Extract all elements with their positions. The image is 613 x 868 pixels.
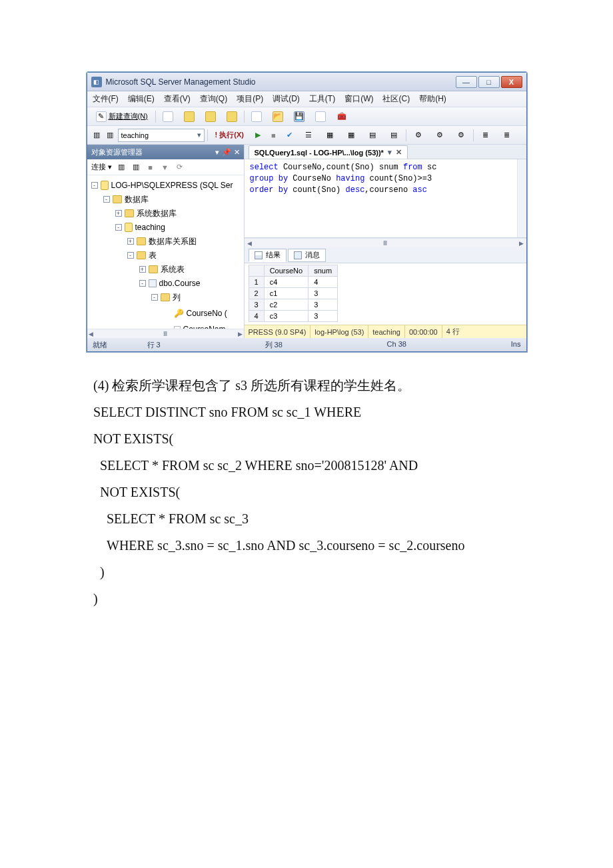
results-grid[interactable]: CourseNo snum 1 c4 4 2 c1 3 [245, 263, 526, 325]
horizontal-scrollbar[interactable]: ◀Ⅲ▶ [87, 329, 244, 338]
title-bar[interactable]: ◧ Microsoft SQL Server Management Studio… [87, 73, 526, 91]
toolbar-btn[interactable]: ≣ [498, 129, 516, 142]
chevron-down-icon[interactable]: ▾ [215, 148, 219, 157]
menu-tools[interactable]: 工具(T) [309, 93, 335, 105]
menu-edit[interactable]: 编辑(E) [128, 93, 155, 105]
tree-server[interactable]: LOG-HP\SQLEXPRESS (SQL Ser [111, 179, 233, 192]
maximize-button[interactable]: □ [478, 76, 500, 88]
object-explorer-header[interactable]: 对象资源管理器 ▾ 📌 ✕ [87, 145, 244, 159]
minimize-button[interactable]: — [456, 76, 477, 88]
toolbar-btn[interactable]: ▦ [320, 129, 339, 142]
query-status-bar: PRESS (9.0 SP4) log-HP\log (53) teaching… [245, 325, 526, 338]
menu-debug[interactable]: 调试(D) [273, 93, 300, 105]
tree-col[interactable]: CourseNo ( [187, 307, 227, 320]
menu-file[interactable]: 文件(F) [93, 93, 119, 105]
toolbar-btn[interactable]: ⚙ [409, 129, 428, 142]
database-combo[interactable]: teaching ▾ [118, 129, 205, 142]
results-tab[interactable]: 结果 [249, 249, 287, 262]
filter-icon[interactable]: ▼ [160, 162, 171, 173]
change-db-icon[interactable]: ▥ [105, 130, 115, 141]
toolbar-btn[interactable]: ▤ [384, 129, 403, 142]
toolbar-btn[interactable]: ☰ [299, 129, 318, 142]
toolbar-btn[interactable] [247, 110, 266, 123]
menu-window[interactable]: 窗口(W) [344, 93, 373, 105]
close-icon[interactable]: ✕ [234, 148, 240, 157]
grid-cell[interactable]: c4 [264, 277, 308, 288]
sql-editor[interactable]: select CourseNo,count(Sno) snum from sc … [245, 159, 526, 238]
tree-col[interactable]: CourseNam [183, 323, 226, 329]
grid-cell[interactable]: 3 [308, 288, 338, 299]
menu-community[interactable]: 社区(C) [382, 93, 410, 105]
toolbox-icon: 🧰 [336, 111, 347, 122]
tree-diagram[interactable]: 数据库关系图 [149, 235, 197, 248]
grid-cell[interactable]: c2 [264, 299, 308, 311]
tree-teaching[interactable]: teaching [135, 221, 165, 234]
grid-col-header[interactable]: snum [308, 265, 338, 277]
close-icon[interactable]: ✕ [396, 148, 402, 157]
toolbar-btn[interactable] [311, 110, 330, 123]
query-tabs: SQLQuery1.sql - LOG-HP\...\log (53))* ▾ … [245, 145, 526, 159]
execute-button[interactable]: ! 执行(X) [211, 129, 249, 142]
menu-query[interactable]: 查询(Q) [200, 93, 227, 105]
grid-cell[interactable]: 3 [308, 299, 338, 311]
grid-cell[interactable]: c1 [264, 288, 308, 299]
menu-view[interactable]: 查看(V) [164, 93, 191, 105]
toolbar-btn[interactable] [201, 110, 220, 123]
horizontal-scrollbar[interactable]: ◀Ⅲ▶ [245, 238, 526, 247]
grid-icon: ▦ [324, 130, 335, 141]
toolbar-btn[interactable] [223, 110, 241, 123]
table-row: 2 c1 3 [249, 288, 338, 299]
object-explorer-tree[interactable]: -LOG-HP\SQLEXPRESS (SQL Ser -数据库 +系统数据库 … [87, 175, 244, 329]
menu-help[interactable]: 帮助(H) [419, 93, 446, 105]
vertical-scrollbar[interactable] [517, 159, 526, 237]
stop-button[interactable]: ■ [267, 129, 280, 142]
tree-course[interactable]: dbo.Course [159, 277, 201, 290]
grid-icon: ▦ [346, 130, 356, 141]
status-line: 行 3 [147, 340, 161, 350]
disconnect-icon[interactable]: ▥ [131, 162, 141, 173]
chevron-down-icon[interactable]: ▾ [388, 148, 392, 157]
change-db-icon[interactable]: ▥ [91, 130, 102, 141]
menu-project[interactable]: 项目(P) [237, 93, 263, 105]
connect-button[interactable]: 连接 ▾ [91, 162, 112, 172]
tree-tables[interactable]: 表 [149, 249, 157, 262]
grid-cell[interactable]: 4 [308, 277, 338, 288]
debug-button[interactable]: ▶ [251, 129, 265, 142]
grid-row-header[interactable]: 1 [249, 277, 264, 288]
page-icon [163, 111, 173, 122]
toolbar-btn[interactable]: ▤ [363, 129, 382, 142]
toolbar-btn[interactable]: ▦ [342, 129, 360, 142]
status-elapsed: 00:00:00 [404, 325, 442, 338]
stop-icon[interactable]: ■ [145, 162, 156, 173]
refresh-icon[interactable]: ⟳ [175, 162, 185, 173]
toolbar-btn[interactable] [159, 110, 177, 123]
grid-cell[interactable]: 3 [308, 311, 338, 322]
query-tab[interactable]: SQLQuery1.sql - LOG-HP\...\log (53))* ▾ … [249, 145, 408, 159]
toolbar-btn[interactable]: ⚙ [430, 129, 449, 142]
query-tab-title: SQLQuery1.sql - LOG-HP\...\log (53))* [255, 149, 384, 157]
open-button[interactable]: 📂 [269, 110, 287, 123]
parse-button[interactable]: ✔ [283, 129, 297, 142]
options-icon: ⚙ [413, 130, 424, 141]
grid-row-header[interactable]: 2 [249, 288, 264, 299]
grid-row-header[interactable]: 3 [249, 299, 264, 311]
save-button[interactable]: 💾 [290, 110, 308, 123]
toolbar-btn[interactable] [180, 110, 199, 123]
connect-icon[interactable]: ▥ [116, 162, 127, 173]
toolbar-btn[interactable]: ≣ [476, 129, 495, 142]
tree-sysdb[interactable]: 系统数据库 [137, 207, 177, 220]
pin-icon[interactable]: 📌 [222, 148, 231, 157]
db-icon [184, 111, 195, 122]
messages-tab[interactable]: 消息 [288, 249, 326, 262]
tree-cols[interactable]: 列 [173, 291, 181, 304]
grid-cell[interactable]: c3 [264, 311, 308, 322]
message-icon [294, 251, 302, 259]
toolbar-btn[interactable]: ⚙ [452, 129, 470, 142]
grid-row-header[interactable]: 4 [249, 311, 264, 322]
tree-databases[interactable]: 数据库 [125, 193, 149, 206]
grid-col-header[interactable]: CourseNo [264, 265, 308, 277]
toolbar-btn[interactable]: 🧰 [332, 110, 351, 123]
new-query-button[interactable]: ✎ 新建查询(N) [91, 110, 153, 123]
tree-systables[interactable]: 系统表 [161, 263, 185, 276]
close-button[interactable]: X [501, 76, 522, 88]
